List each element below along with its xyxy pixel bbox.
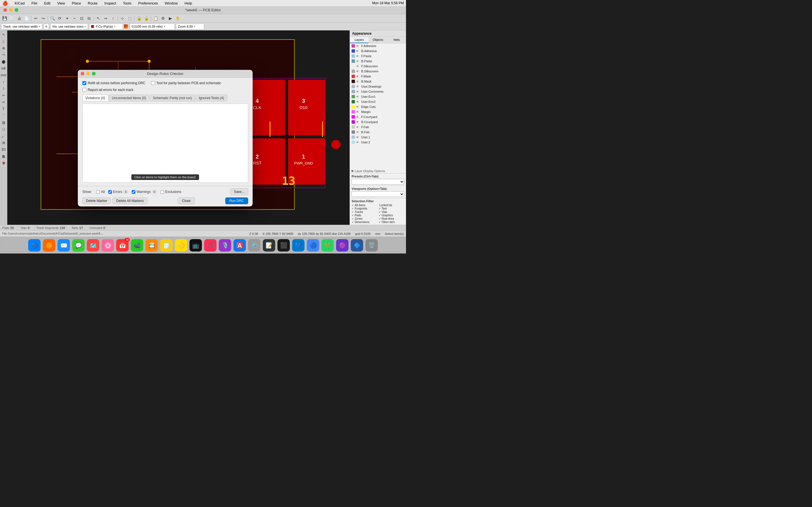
dock-icon-vscode[interactable]: 💙	[292, 239, 305, 251]
layer-visibility-icon[interactable]: 👁	[356, 90, 360, 93]
drc-window-controls[interactable]	[81, 72, 96, 75]
dock-icon-chrome[interactable]: 🔵	[307, 239, 319, 251]
dock-icon-mail[interactable]: ✉️	[57, 239, 70, 251]
layer-item-f-courtyard[interactable]: 👁 F.Courtyard	[350, 114, 406, 119]
menu-preferences[interactable]: Preferences	[137, 1, 159, 6]
dock-icon-app-store[interactable]: 🅰️	[234, 239, 246, 251]
sf-item-footprints[interactable]: ✓ Footprints	[352, 207, 377, 210]
sf-item-all-items[interactable]: ✓ All items	[352, 204, 377, 207]
tab-layers[interactable]: Layers	[350, 37, 368, 43]
zoom-in-button[interactable]: +	[64, 15, 70, 22]
dock-icon-miro[interactable]: 🟡	[175, 239, 187, 251]
layer-color-indicator[interactable]	[124, 24, 129, 29]
layer-visibility-icon[interactable]: 👁	[356, 110, 360, 114]
close-button[interactable]: Close	[177, 198, 195, 204]
dock-icon-music[interactable]: 🎵	[204, 239, 216, 251]
drc-parity-checkbox[interactable]	[151, 81, 155, 85]
dock-icon-calendar[interactable]: 📅18	[116, 239, 129, 251]
drc-tool[interactable]: ⬟	[1, 160, 7, 166]
zone-fill-tool[interactable]: ▩	[1, 153, 7, 159]
drc-option-parity[interactable]: Test for parity between PCB and schemati…	[151, 81, 221, 85]
layer-dropdown[interactable]: F.Cu (PgUp) ▾	[89, 23, 123, 30]
dock-icon-podcasts[interactable]: 🎙️	[219, 239, 231, 251]
sf-item-vias[interactable]: ✓ Vias	[378, 210, 405, 214]
layer-display-options[interactable]: ▶ Layer Display Options	[350, 168, 406, 173]
layer-visibility-icon[interactable]: 👁	[356, 115, 360, 119]
track-width-dropdown[interactable]: Track: use netclass width ▾	[1, 23, 42, 30]
sf-item-dimensions[interactable]: ✓ Dimensions	[352, 221, 377, 224]
drc-tab-violations[interactable]: Violations (0)	[82, 95, 108, 101]
layer-visibility-icon[interactable]: 👁	[356, 45, 360, 48]
dock-icon-terminal[interactable]: ⬛	[277, 239, 290, 251]
gerber-button[interactable]: ⬜	[8, 15, 15, 22]
keepout-tool[interactable]: ⬡	[1, 126, 7, 132]
dock-icon-photos[interactable]: 🌸	[101, 239, 114, 251]
close-button[interactable]	[3, 8, 7, 12]
delete-tool[interactable]: ✂	[1, 93, 7, 99]
via-tool[interactable]: ⬤	[1, 59, 7, 65]
interactive-router-button[interactable]: ⚙	[160, 15, 166, 22]
grid-tool[interactable]: ⊞	[1, 140, 7, 146]
plot-button[interactable]: 📄	[23, 15, 30, 22]
pcb-canvas[interactable]: 4 CLK 3 D10 2 RST 1 PWR_GND	[7, 31, 350, 225]
drc-warnings-checkbox[interactable]	[132, 190, 135, 194]
zoom-out-button[interactable]: −	[71, 15, 78, 22]
draw-tool[interactable]: ✏	[1, 99, 7, 105]
drc-min-traffic[interactable]	[86, 72, 90, 75]
drc-max-traffic[interactable]	[92, 72, 96, 75]
save-report-button[interactable]: Save...	[231, 188, 248, 195]
layer-item-b-fab[interactable]: 👁 B.Fab	[350, 129, 406, 135]
sf-item-other-item[interactable]: ✓ Other item	[378, 221, 405, 224]
dimensions-tool[interactable]: mm	[1, 72, 7, 78]
select-tool[interactable]: ↖	[1, 32, 7, 38]
layer-item-user-eco2[interactable]: 👁 User.Eco2	[350, 99, 406, 104]
layer-visibility-icon[interactable]: 👁	[356, 80, 360, 83]
layer-item-user-comments[interactable]: 👁 User.Comments	[350, 89, 406, 94]
layer-visibility-icon[interactable]: 👁	[356, 70, 360, 73]
layer-visibility-icon[interactable]: 👁	[356, 95, 360, 98]
highlight-tool[interactable]: ⚠	[1, 38, 7, 45]
apple-menu[interactable]: 🍎	[2, 1, 8, 6]
dock-icon-contacts[interactable]: 📇	[146, 239, 158, 251]
layer-item-b-silkscreen[interactable]: 👁 B.Silkscreen	[350, 69, 406, 74]
dock-icon-finder[interactable]: 🔵	[28, 239, 41, 251]
unlock-button[interactable]: 🔓	[143, 15, 150, 22]
net-inspector-button[interactable]: ⊹	[119, 15, 126, 22]
run-button[interactable]: ▶	[167, 15, 174, 22]
layer-item-user-drawings[interactable]: 👁 User.Drawings	[350, 84, 406, 89]
layer-item-b-courtyard[interactable]: 👁 B.Courtyard	[350, 119, 406, 124]
maximize-button[interactable]	[15, 8, 18, 12]
drc-filter-errors[interactable]: Errors 0	[108, 190, 129, 194]
run-drc-button[interactable]: Run DRC	[225, 198, 248, 204]
track-options-button[interactable]: ≡	[43, 24, 49, 29]
text-tool[interactable]: T	[1, 106, 7, 112]
drc-filter-exclusions[interactable]: Exclusions	[160, 190, 181, 194]
layer-item-f-fab[interactable]: 👁 F.Fab	[350, 124, 406, 129]
inspect-tool[interactable]: 🔎	[1, 133, 7, 139]
layer-visibility-icon[interactable]: 👁	[356, 65, 360, 68]
layer-item-user-eco1[interactable]: 👁 User.Eco1	[350, 94, 406, 99]
dock-icon-launchpad[interactable]: 🟠	[43, 239, 55, 251]
select-button[interactable]: ↖	[95, 15, 102, 22]
layer-item-b-mask[interactable]: 👁 B.Mask	[350, 79, 406, 84]
select-filter-button[interactable]: ⇒	[102, 15, 109, 22]
menu-place[interactable]: Place	[71, 1, 82, 6]
layer-visibility-icon[interactable]: 👁	[356, 75, 360, 78]
drc-report-checkbox[interactable]	[82, 88, 86, 92]
window-controls[interactable]	[3, 8, 18, 12]
menu-inspect[interactable]: Inspect	[103, 1, 117, 6]
drc-tab-schematic[interactable]: Schematic Parity (not run)	[150, 95, 195, 101]
drc-option-report[interactable]: Report all errors for each track	[82, 88, 248, 92]
drc-filter-warnings[interactable]: Warnings 0	[132, 190, 157, 194]
menu-file[interactable]: File	[30, 1, 38, 6]
label-tool[interactable]: mⅡ	[1, 65, 7, 71]
layer-visibility-icon[interactable]: 👁	[356, 131, 360, 134]
drc-tab-ignored[interactable]: Ignored Tests (4)	[196, 95, 227, 101]
layer-item-f-adhesive[interactable]: 👁 F.Adhesive	[350, 43, 406, 48]
layer-item-f-silkscreen[interactable]: 👁 F.Silkscreen	[350, 64, 406, 69]
layer-visibility-icon[interactable]: 👁	[356, 60, 360, 63]
tab-nets[interactable]: Nets	[388, 37, 406, 43]
undo-button[interactable]: ↩	[33, 15, 39, 22]
drc-all-checkbox[interactable]	[96, 190, 100, 194]
sf-item-tracks[interactable]: ✓ Tracks	[352, 210, 377, 214]
